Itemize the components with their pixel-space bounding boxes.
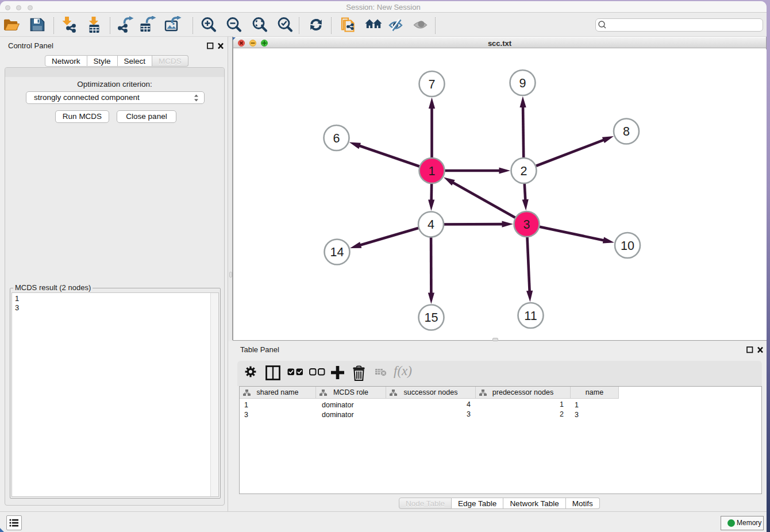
svg-text:8: 8 [623,125,630,138]
svg-text:6: 6 [333,132,340,145]
svg-text:4: 4 [428,218,434,232]
svg-text:3: 3 [523,218,530,232]
svg-text:7: 7 [429,78,436,91]
svg-text:1: 1 [429,164,436,178]
svg-text:15: 15 [425,311,438,325]
svg-text:9: 9 [519,76,526,90]
svg-text:10: 10 [621,239,634,253]
svg-text:2: 2 [521,164,528,178]
svg-text:14: 14 [330,245,344,259]
svg-text:11: 11 [524,309,537,323]
